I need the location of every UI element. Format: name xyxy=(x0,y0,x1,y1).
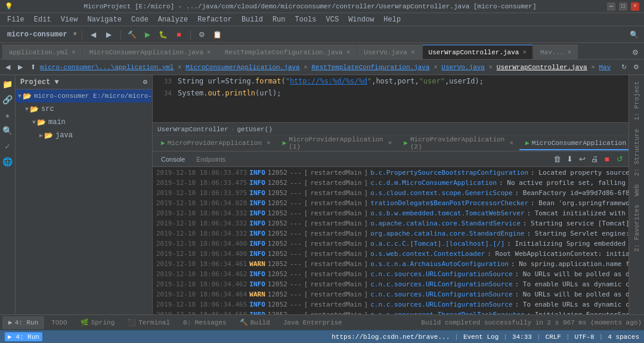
file-tab-close[interactable]: × xyxy=(207,49,211,56)
log-source[interactable]: o.s.b.w.embedded.tomcat.TomcatWebServer xyxy=(370,209,524,217)
nav-path-link-2[interactable]: MicroConsumerApplication.java xyxy=(185,64,299,71)
activity-search-icon[interactable]: 🔍 xyxy=(1,124,14,137)
right-tab-1[interactable]: 1: Project xyxy=(631,78,643,124)
run-tab-microprovider-1[interactable]: ▶ MicroProviderApplication (1) × xyxy=(277,137,398,150)
nav-path-link-5[interactable]: UserWrapController.java xyxy=(497,64,587,71)
menu-item-code[interactable]: Code xyxy=(126,14,153,25)
log-source[interactable]: o.a.c.c.C.[Tomcat].[localhost].[/] xyxy=(370,240,504,248)
console-tab-endpoints[interactable]: Endpoints xyxy=(191,154,230,165)
log-source[interactable]: o.s.cloud.context.scope.GenericScope xyxy=(370,189,512,197)
menu-item-view[interactable]: View xyxy=(56,14,83,25)
menu-item-analyze[interactable]: Analyze xyxy=(153,14,193,25)
debug-button[interactable]: 🐛 xyxy=(157,28,170,41)
menu-item-tools[interactable]: Tools xyxy=(290,14,321,25)
file-tab-mav[interactable]: Mav... × xyxy=(534,45,578,59)
log-source[interactable]: o.s.c.n.a.ArchaiusAutoConfiguration xyxy=(370,260,509,268)
menu-item-run[interactable]: Run xyxy=(268,14,290,25)
console-stop-button[interactable]: ■ xyxy=(602,154,612,165)
console-print-button[interactable]: 🖨 xyxy=(589,154,600,165)
file-tab-close[interactable]: × xyxy=(346,49,351,56)
bottom-tab-build[interactable]: 🔨 Build xyxy=(234,316,276,329)
breadcrumb-method[interactable]: getUser() xyxy=(237,126,272,133)
tree-item-root[interactable]: ▼ 📂 micro-consumer E:/micro/micro-consum… xyxy=(16,89,152,103)
project-dropdown-icon[interactable]: ▼ xyxy=(73,31,77,38)
file-tab-close[interactable]: × xyxy=(411,49,415,56)
tree-item-main[interactable]: ▼ 📂 main xyxy=(16,116,152,129)
menu-item-build[interactable]: Build xyxy=(237,14,268,25)
file-tab-application-yml[interactable]: application.yml × xyxy=(2,45,82,59)
status-encoding[interactable]: UTF-8 xyxy=(575,333,595,341)
settings-button[interactable]: ⚙ xyxy=(196,28,209,41)
run-tab-microprovider[interactable]: ▶ MicroProviderApplication × xyxy=(155,137,277,150)
log-source[interactable]: org.apache.catalina.core.StandardEngine xyxy=(370,230,524,237)
file-tab-close[interactable]: × xyxy=(568,49,572,56)
menu-item-navigate[interactable]: Navigate xyxy=(82,14,126,25)
back-button[interactable]: ◀ xyxy=(87,28,100,41)
console-rerun-button[interactable]: ↺ xyxy=(614,154,625,165)
maximize-button[interactable]: □ xyxy=(619,2,627,11)
log-source[interactable]: o.apache.catalina.core.StandardService xyxy=(370,220,521,227)
log-source[interactable]: o.s.web.context.ContextLoader xyxy=(370,250,485,258)
tree-item-java[interactable]: ▶ 📂 java xyxy=(16,129,152,142)
activity-todo-icon[interactable]: ✓ xyxy=(1,140,14,153)
status-indent[interactable]: 4 spaces xyxy=(608,333,639,341)
right-tab-structure[interactable]: 2: Structure xyxy=(631,125,643,180)
bottom-tab-todo[interactable]: TODO xyxy=(45,316,73,329)
breadcrumb-class[interactable]: UserWrapController xyxy=(157,126,228,133)
nav-path-link-3[interactable]: RestTemplateConfiguration.java xyxy=(312,64,430,71)
log-source[interactable]: b.c.PropertySourceBootstrapConfiguration xyxy=(370,169,528,177)
right-tab-web[interactable]: Web xyxy=(631,181,643,200)
stop-button[interactable]: ■ xyxy=(172,28,185,41)
activity-bookmark-icon[interactable]: ★ xyxy=(1,109,14,122)
git-button[interactable]: 📋 xyxy=(211,28,224,41)
console-tab-console[interactable]: Console xyxy=(156,154,190,165)
tab-settings-button[interactable]: ⚙ xyxy=(628,46,642,59)
menu-item-vcs[interactable]: VCS xyxy=(321,14,344,25)
activity-project-icon[interactable]: 📁 xyxy=(1,78,14,91)
run-tab-close[interactable]: × xyxy=(267,140,271,147)
nav-path-link-6[interactable]: Mav xyxy=(599,64,611,71)
console-scroll-end-button[interactable]: ⬇ xyxy=(564,154,575,165)
log-source[interactable]: c.n.c.sources.URLConfigurationSource xyxy=(370,291,512,298)
nav-settings-button[interactable]: ⚙ xyxy=(631,62,642,73)
right-tab-favorites[interactable]: 2: Favorites xyxy=(631,201,643,255)
project-header-settings-icon[interactable]: ⚙ xyxy=(143,78,147,86)
activity-structure-icon[interactable]: 🔗 xyxy=(1,93,14,106)
file-tab-userwrapcontroller[interactable]: UserWrapController.java × xyxy=(422,45,533,59)
status-position[interactable]: 34:33 xyxy=(512,333,532,341)
status-event-log[interactable]: Event Log xyxy=(463,333,499,341)
file-tab-close[interactable]: × xyxy=(72,49,76,56)
nav-back-button[interactable]: ◀ xyxy=(2,62,13,73)
status-blog-link[interactable]: https://blog.csdn.net/brave... xyxy=(332,333,450,341)
log-source[interactable]: c.n.c.sources.URLConfigurationSource xyxy=(370,270,512,278)
log-source[interactable]: c.c.d.m.MicroConsumerApplication xyxy=(370,179,497,187)
bottom-tab-run[interactable]: ▶ 4: Run xyxy=(2,316,44,329)
menu-item-help[interactable]: Help xyxy=(379,14,405,25)
search-everywhere-button[interactable]: 🔍 xyxy=(627,28,640,41)
bottom-tab-java-enterprise[interactable]: Java Enterprise xyxy=(277,316,348,329)
bottom-tab-terminal[interactable]: ⬛ Terminal xyxy=(122,316,176,329)
build-button[interactable]: 🔨 xyxy=(126,28,139,41)
tree-item-src[interactable]: ▼ 📂 src xyxy=(16,103,152,116)
run-tab-close-2[interactable]: × xyxy=(509,140,513,147)
bottom-tab-messages[interactable]: 0: Messages xyxy=(177,316,233,329)
nav-refresh-button[interactable]: ↻ xyxy=(618,62,629,73)
nav-forward-button[interactable]: ▶ xyxy=(15,62,26,73)
file-tab-microconsumerapplication[interactable]: MicroConsumerApplication.java × xyxy=(83,45,218,59)
nav-up-button[interactable]: ⬆ xyxy=(27,62,38,73)
log-source[interactable]: c.n.c.sources.URLConfigurationSource xyxy=(370,280,512,288)
log-source[interactable]: trationDelegate$BeanPostProcessorChecker xyxy=(370,199,528,207)
close-button[interactable]: × xyxy=(631,2,639,11)
run-tab-microconsumer[interactable]: ▶ MicroConsumerApplication × xyxy=(519,137,628,150)
minimize-button[interactable]: — xyxy=(607,2,615,11)
forward-button[interactable]: ▶ xyxy=(103,28,116,41)
file-tab-resttemplate[interactable]: RestTemplateConfiguration.java × xyxy=(218,45,357,59)
console-wrap-button[interactable]: ↩ xyxy=(577,154,587,165)
file-tab-close[interactable]: × xyxy=(522,49,527,56)
nav-path-link[interactable]: micro-consumer\...\application.yml xyxy=(40,64,174,71)
status-line-separator[interactable]: CRLF xyxy=(546,333,561,341)
run-tab-close-1[interactable]: × xyxy=(388,140,392,147)
menu-item-edit[interactable]: Edit xyxy=(29,14,56,25)
menu-item-window[interactable]: Window xyxy=(343,14,379,25)
run-button[interactable]: ▶ xyxy=(141,28,154,41)
